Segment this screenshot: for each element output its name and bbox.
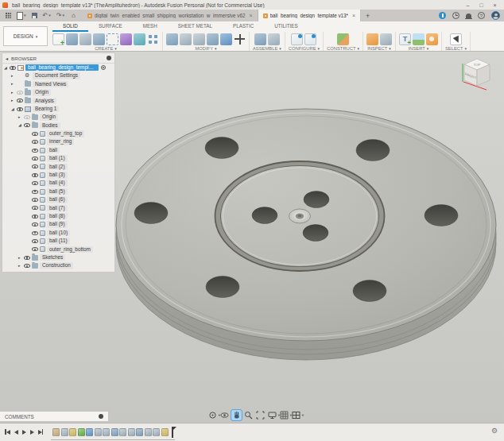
visibility-eye-icon[interactable] (32, 190, 38, 194)
browser-tree-item[interactable]: ball (5) (2, 188, 114, 195)
tree-item-label[interactable]: ball (5) (47, 188, 68, 195)
press-pull-icon[interactable] (166, 33, 178, 45)
tree-item-label[interactable]: Analysis (33, 98, 56, 105)
group-label[interactable]: MODIFY▾ (195, 46, 216, 51)
browser-tree-item[interactable]: ball (4) (2, 179, 114, 187)
tree-item-label[interactable]: ball (10) (47, 230, 70, 237)
hole-feature-icon[interactable] (153, 428, 160, 436)
appearance-feature-icon[interactable] (161, 428, 169, 436)
coil-icon[interactable] (120, 33, 132, 45)
visibility-eye-icon[interactable] (32, 222, 38, 226)
visibility-eye-icon[interactable] (32, 157, 38, 161)
tree-item-label[interactable]: outer_ring_bottom (47, 246, 93, 253)
tree-item-label[interactable]: ball (2) (47, 164, 68, 171)
configure-icon[interactable] (291, 33, 303, 45)
visibility-eye-icon[interactable] (17, 99, 23, 103)
joint-icon[interactable] (268, 33, 280, 45)
file-menu-icon[interactable]: ▾ (17, 12, 26, 20)
browser-tree-item[interactable]: Construction (2, 261, 114, 269)
browser-tree-item[interactable]: ball (8) (2, 212, 114, 220)
circular-pattern-feature-icon[interactable] (145, 428, 152, 436)
job-status-icon[interactable] (439, 12, 446, 19)
look-at-icon[interactable] (219, 410, 230, 420)
browser-tree-item[interactable]: ball (9) (2, 220, 114, 228)
select-icon[interactable] (450, 33, 462, 45)
pan-icon[interactable] (231, 410, 242, 420)
tree-item-label[interactable]: ball (6) (47, 196, 68, 203)
browser-tree-item[interactable]: Document Settings (2, 72, 114, 79)
sketch-feature-icon[interactable] (128, 428, 135, 436)
group-label[interactable]: CREATE▾ (95, 46, 117, 51)
browser-header[interactable]: ◂ BROWSER (2, 53, 114, 64)
ribbon-tab[interactable]: MESH (133, 21, 168, 32)
tree-item-label[interactable]: Origin (40, 114, 58, 121)
visibility-eye-icon[interactable] (32, 231, 38, 235)
viewports-icon[interactable] (291, 410, 301, 420)
tree-item-label[interactable]: Bearing 1 (33, 106, 59, 113)
browser-tree-item[interactable]: outer_ring_top (2, 130, 114, 137)
construction-plane-icon[interactable] (337, 33, 349, 45)
grid-snaps-icon[interactable] (279, 410, 289, 420)
browser-tree-item[interactable]: Named Views (2, 80, 114, 88)
notifications-bell-icon[interactable] (466, 14, 471, 18)
visibility-eye-icon[interactable] (32, 164, 38, 168)
close-icon[interactable]: × (488, 1, 502, 10)
tree-item-label[interactable]: Origin (33, 89, 51, 96)
tab-close-icon[interactable]: × (250, 13, 253, 18)
tab-close-icon[interactable]: × (352, 13, 355, 18)
tree-item-label[interactable]: ball (9) (47, 221, 68, 228)
measure-icon[interactable] (366, 33, 378, 45)
browser-tree-item[interactable]: ball (6) (2, 195, 114, 203)
browser-tree-item[interactable]: ball (10) (2, 229, 114, 237)
comments-options-icon[interactable] (99, 414, 103, 419)
tree-item-label[interactable]: ball (11) (47, 238, 70, 245)
browser-tree-item[interactable]: Bodies (2, 122, 114, 130)
orbit-icon[interactable] (207, 410, 218, 420)
browser-tree-item[interactable]: ball_bearing_design_template v13 (2, 64, 114, 72)
ribbon-tab[interactable]: SURFACE (88, 21, 133, 32)
browser-tree-item[interactable]: Bearing 1 (2, 105, 114, 113)
move-icon[interactable] (234, 33, 246, 45)
center-hole[interactable] (289, 209, 311, 223)
browser-tree-item[interactable]: Sketches (2, 253, 114, 261)
form-feature-icon[interactable] (78, 428, 85, 436)
ribbon-tab[interactable]: SHEET METAL (168, 21, 223, 32)
section-analysis-icon[interactable] (380, 33, 392, 45)
tree-item-label[interactable]: outer_ring_top (47, 130, 84, 137)
visibility-eye-icon[interactable] (24, 115, 30, 119)
expander-icon[interactable] (18, 123, 24, 127)
group-label[interactable]: SELECT▾ (445, 46, 467, 51)
ribbon-tab[interactable]: UTILITIES (264, 21, 308, 32)
expander-icon[interactable] (18, 115, 24, 119)
visibility-eye-icon[interactable] (32, 140, 38, 144)
fillet-icon[interactable] (180, 33, 192, 45)
browser-tree-item[interactable]: Origin (2, 113, 114, 121)
ribbon-tab[interactable]: PLASTIC (223, 21, 264, 32)
tree-item-label[interactable]: Bodies (40, 122, 60, 130)
visibility-eye-icon[interactable] (32, 149, 38, 153)
tree-item-label[interactable]: ball_bearing_design_template v13 (25, 64, 99, 72)
expander-icon[interactable] (4, 66, 10, 70)
browser-tree-item[interactable]: ball (3) (2, 171, 114, 179)
browser-tree-item[interactable]: ball (2) (2, 163, 114, 171)
sketch-feature-icon[interactable] (52, 428, 60, 436)
visibility-eye-icon[interactable] (32, 198, 38, 202)
sphere-feature-icon[interactable] (86, 428, 93, 436)
browser-tree-item[interactable]: ball (7) (2, 204, 114, 212)
visibility-eye-icon[interactable] (24, 123, 30, 127)
save-icon[interactable] (32, 13, 37, 18)
expander-icon[interactable] (11, 74, 17, 78)
new-tab-button[interactable]: + (361, 10, 374, 21)
group-label[interactable]: INSPECT▾ (367, 46, 391, 51)
ribbon-tab[interactable]: SOLID (52, 21, 88, 32)
browser-tree-item[interactable]: Origin (2, 88, 114, 96)
insert-decal-icon[interactable] (426, 33, 438, 45)
expander-icon[interactable] (11, 82, 17, 86)
timeline-position-marker[interactable] (172, 427, 173, 438)
redo-icon[interactable]: ↷▾ (56, 13, 64, 19)
browser-tree-item[interactable]: ball (2, 146, 114, 154)
tree-item-label[interactable]: Sketches (40, 254, 65, 261)
revolve-feature-icon[interactable] (69, 428, 76, 436)
visibility-eye-icon[interactable] (17, 91, 23, 95)
visibility-eye-icon[interactable] (32, 239, 38, 243)
